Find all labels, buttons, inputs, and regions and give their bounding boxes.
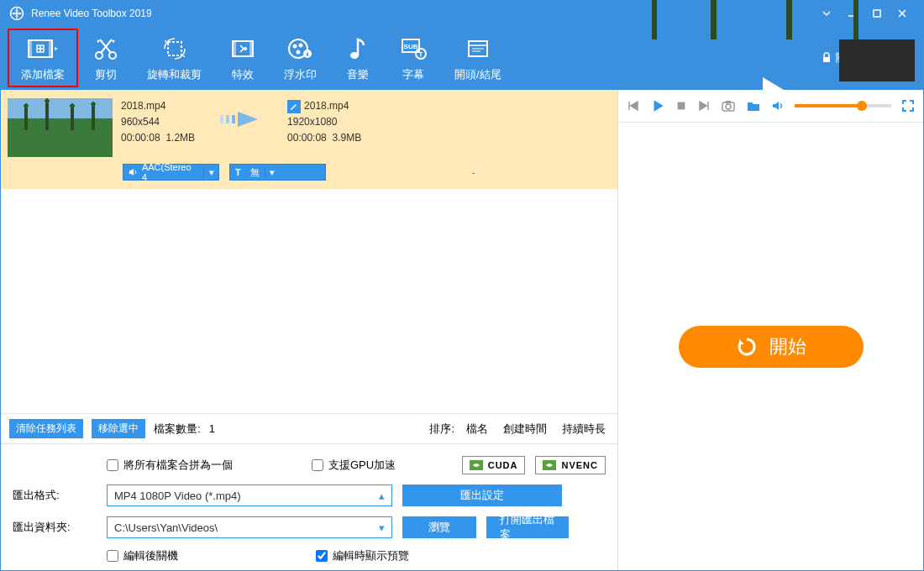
output-format-combo[interactable]: MP4 1080P Video (*.mp4)▴ [107,485,392,506]
rotate-crop-button[interactable]: 旋轉和裁剪 [134,29,215,87]
effect-label: 特效 [228,67,257,82]
subtitle-button[interactable]: SUBT 字幕 [386,29,441,87]
svg-rect-37 [226,115,229,123]
svg-rect-18 [233,41,236,56]
play-button[interactable] [650,98,665,113]
video-thumbnail [8,98,113,157]
effect-icon [228,34,257,64]
cut-icon [92,34,120,64]
prev-button[interactable] [627,99,640,113]
play-overlay-icon[interactable] [750,69,792,111]
placeholder-dash: - [336,167,611,177]
close-button[interactable] [890,1,915,26]
music-label: 音樂 [344,67,372,82]
svg-text:SUB: SUB [404,43,418,50]
subtitle-label: 字幕 [399,67,428,82]
output-size: 3.9MB [332,132,361,144]
sort-by-duration[interactable]: 持續時長 [559,422,609,437]
file-sub-row: AAC(Stereo 4 ▾ T 無 ▾ - [1,164,617,189]
cut-button[interactable]: 剪切 [78,29,134,87]
refresh-icon [736,336,758,358]
nvidia-icon [470,460,483,470]
svg-point-16 [183,55,185,57]
output-filename: 2018.mp4 [304,98,349,114]
svg-rect-38 [232,115,235,123]
svg-point-23 [298,44,302,48]
sort-label: 排序: [429,422,454,437]
mid-toolbar: 清除任務列表 移除選中 檔案數量: 1 排序: 檔名 創建時間 持續時長 [1,413,617,443]
input-duration: 00:00:08 [121,132,160,144]
sort-by-created[interactable]: 創建時間 [500,422,550,437]
svg-point-44 [726,104,731,109]
svg-rect-6 [49,40,52,57]
svg-point-24 [296,50,300,55]
output-folder-combo[interactable]: C:\Users\Yan\Videos\▾ [107,516,392,538]
clear-tasks-button[interactable]: 清除任務列表 [9,419,83,438]
add-file-icon [21,34,65,64]
open-output-button[interactable]: 打開匯出檔案 [486,516,569,538]
intro-outro-button[interactable]: 開頭/結尾 [441,29,515,87]
cuda-badge: CUDA [462,456,526,474]
file-row[interactable]: 2018.mp4 960x544 00:00:08 1.2MB 2018.mp4… [1,90,617,164]
svg-point-20 [244,47,247,50]
maximize-button[interactable] [864,1,890,26]
music-button[interactable]: 音樂 [330,29,386,87]
chevron-up-icon: ▴ [379,490,385,502]
output-file-info: 2018.mp4 1920x1080 00:00:08 3.9MB [287,98,361,147]
edit-icon[interactable] [287,100,301,113]
gpu-checkbox[interactable]: 支援GPU加速 [312,458,396,473]
svg-point-22 [292,45,297,49]
file-list: 2018.mp4 960x544 00:00:08 1.2MB 2018.mp4… [1,90,617,413]
svg-rect-14 [168,42,181,55]
next-button[interactable] [697,99,711,113]
svg-point-15 [165,40,166,42]
merge-checkbox[interactable]: 將所有檔案合拼為一個 [107,458,233,473]
browse-button[interactable]: 瀏覽 [402,516,476,538]
stop-button[interactable] [675,100,687,112]
svg-text:T: T [419,50,423,58]
arrow-icon [203,107,279,132]
remove-selected-button[interactable]: 移除選中 [92,419,145,438]
chevron-down-icon: ▾ [203,167,218,178]
subtitle-track-dropdown[interactable]: T 無 ▾ [229,164,326,181]
export-settings-button[interactable]: 匯出設定 [402,485,562,506]
output-folder-label: 匯出資料夾: [13,520,97,535]
svg-point-13 [113,40,115,43]
input-filename: 2018.mp4 [121,98,195,114]
minimize-button[interactable] [839,1,864,26]
start-button[interactable]: 開始 [679,326,864,368]
watermark-icon [284,34,317,64]
snapshot-button[interactable] [721,99,736,113]
preview-checkbox[interactable]: 編輯時顯示預覽 [316,548,409,563]
intro-outro-icon [454,34,501,64]
nvenc-badge: NVENC [535,456,606,474]
chevron-down-icon: ▾ [265,167,280,178]
watermark-label: 浮水印 [284,67,317,82]
svg-rect-19 [249,41,253,56]
effect-button[interactable]: 特效 [215,29,270,87]
fullscreen-button[interactable] [901,99,915,113]
rotate-crop-icon [147,34,202,64]
input-size: 1.2MB [165,132,195,144]
music-icon [344,34,372,64]
input-resolution: 960x544 [121,114,195,130]
export-panel: 將所有檔案合拼為一個 支援GPU加速 CUDA NVENC 匯出格式: MP4 … [1,443,617,570]
audio-track-dropdown[interactable]: AAC(Stereo 4 ▾ [123,164,219,181]
output-format-label: 匯出格式: [13,488,97,503]
svg-rect-45 [726,101,731,103]
svg-rect-42 [678,102,685,110]
nvidia-icon [543,460,556,470]
svg-rect-5 [29,40,32,57]
file-count-label: 檔案數量: [154,422,201,437]
watermark-button[interactable]: 浮水印 [270,29,330,87]
svg-rect-36 [220,115,223,123]
title-bar: Renee Video Toolbox 2019 [1,1,923,26]
add-file-button[interactable]: 添加檔案 [8,29,78,87]
dropdown-window-button[interactable] [814,1,839,26]
volume-slider[interactable] [795,104,891,107]
output-resolution: 1920x1080 [287,114,361,130]
subtitle-icon: SUBT [399,34,428,64]
speaker-icon [129,168,139,176]
shutdown-checkbox[interactable]: 編輯後關機 [107,548,178,563]
sort-by-name[interactable]: 檔名 [463,422,491,437]
